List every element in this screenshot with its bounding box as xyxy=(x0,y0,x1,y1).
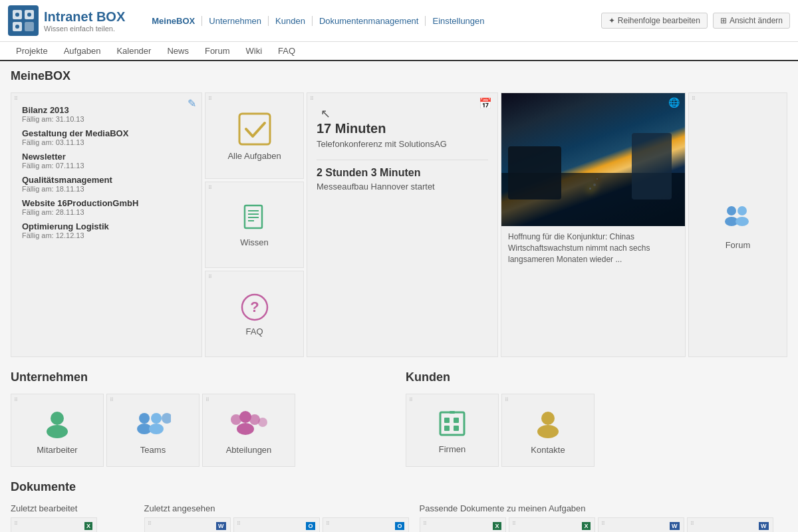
header-bottom: Projekte Aufgaben Kalender News Forum Wi… xyxy=(0,42,798,60)
nav-top-einstellungen[interactable]: Einstellungen xyxy=(426,16,491,26)
nav-aufgaben[interactable]: Aufgaben xyxy=(56,46,109,56)
mitarbeiter-card[interactable]: ⠿ Mitarbeiter xyxy=(11,394,104,467)
nav-top-dokumentenmanagement[interactable]: Dokumentenmanagement xyxy=(313,16,426,26)
nav-top-meinebox[interactable]: MeineBOX xyxy=(145,16,202,26)
unternehmen-section: Unternehmen ⠿ Mitarbeiter ⠿ xyxy=(11,370,392,467)
ansicht-button[interactable]: ⊞ Ansicht ändern xyxy=(713,13,790,29)
drag-handle: ⠿ xyxy=(208,185,212,191)
svg-point-38 xyxy=(537,425,559,438)
nav-top-kunden[interactable]: Kunden xyxy=(269,16,313,26)
task-item[interactable]: Gestaltung der MediaBOX Fällig am: 03.11… xyxy=(22,128,192,146)
faq-label: FAQ xyxy=(246,327,263,336)
firmen-card[interactable]: ⠿ Firmen xyxy=(406,394,499,467)
news-text: Hoffnung für die Konjunktur: Chinas Wirt… xyxy=(501,226,685,270)
file-card[interactable]: ⠿ W Zusammenfassung_Telko_4_13.dox xyxy=(598,517,684,532)
logo-text: Intranet BOX Wissen einfach teilen. xyxy=(44,9,125,33)
nav-top: MeineBOX Unternehmen Kunden Dokumentenma… xyxy=(145,16,601,26)
wissen-widget[interactable]: ⠿ Wissen xyxy=(205,182,304,268)
nav-faq[interactable]: FAQ xyxy=(270,46,303,56)
faq-widget[interactable]: ⠿ ? FAQ xyxy=(205,271,304,357)
meinebox-grid: ⠿ ✎ Bilanz 2013 Fällig am: 31.10.13 Gest… xyxy=(11,92,787,357)
svg-rect-33 xyxy=(454,418,459,423)
file-card[interactable]: ⠿ O Zusammenfassung Tagesbesprechung xyxy=(323,517,409,532)
file-card[interactable]: ⠿ X Protokoll_1-11.xls xyxy=(509,517,595,532)
nav-top-unternehmen[interactable]: Unternehmen xyxy=(202,16,269,26)
svg-rect-35 xyxy=(454,426,459,431)
drag-handle: ⠿ xyxy=(14,397,18,403)
abteilungen-card[interactable]: ⠿ Abteilungen xyxy=(202,394,295,467)
nav-bottom: Projekte Aufgaben Kalender News Forum Wi… xyxy=(8,46,790,56)
reihenfolge-button[interactable]: ✦ Reihenfolge bearbeiten xyxy=(601,13,708,29)
logo-title: Intranet BOX xyxy=(44,9,125,25)
svg-point-37 xyxy=(541,412,555,425)
kontakte-label: Kontakte xyxy=(531,445,565,455)
passende-files: ⠿ X Protokoll_2-11.xls ⠿ X Protokoll_1-1… xyxy=(420,517,788,532)
drag-handle: ⠿ xyxy=(14,521,18,527)
task-item[interactable]: Optimierung Logistik Fällig am: 12.12.13 xyxy=(22,221,192,239)
svg-point-15 xyxy=(727,206,736,215)
drag-handle: ⠿ xyxy=(237,521,241,527)
svg-point-5 xyxy=(27,13,31,17)
file-card[interactable]: ⠿ O Visitenkarten Krauthaus - Abnah... xyxy=(233,517,320,532)
news-widget[interactable]: ⠿ 🌐 Hoffnung für die Konjunktur: Chinas … xyxy=(501,92,686,357)
file-card[interactable]: ⠿ X Protokoll_2-11.xls xyxy=(11,517,97,532)
news-image xyxy=(501,93,685,226)
xls-icon: X xyxy=(493,522,501,530)
forum-widget[interactable]: ⠿ Forum xyxy=(688,92,787,357)
file-card[interactable]: ⠿ W Zusammenfassung_Telko_4_13.dox xyxy=(144,517,231,532)
drag-handle: ⠿ xyxy=(505,397,509,403)
mitarbeiter-icon xyxy=(41,406,74,440)
nav-news[interactable]: News xyxy=(159,46,197,56)
forum-icon xyxy=(720,200,755,236)
task-item[interactable]: Newsletter Fällig am: 07.11.13 xyxy=(22,152,192,170)
svg-point-20 xyxy=(47,425,68,438)
middle-col: ⠿ Alle Aufgaben ⠿ Wissen xyxy=(205,92,304,357)
file-card[interactable]: ⠿ X Protokoll_2-11.xls xyxy=(420,517,506,532)
nav-kalender[interactable]: Kalender xyxy=(108,46,159,56)
kunden-grid: ⠿ Firmen ⠿ xyxy=(406,394,787,467)
svg-point-19 xyxy=(51,412,64,425)
svg-point-18 xyxy=(735,217,749,226)
firmen-icon xyxy=(436,407,468,439)
logo-subtitle: Wissen einfach teilen. xyxy=(44,25,125,33)
passende-title: Passende Dokumente zu meinen Aufgaben xyxy=(420,503,788,513)
checkmark-icon xyxy=(237,111,273,147)
task-list: Bilanz 2013 Fällig am: 31.10.13 Gestaltu… xyxy=(22,105,192,239)
task-item[interactable]: Bilanz 2013 Fällig am: 31.10.13 xyxy=(22,105,192,123)
wissen-icon xyxy=(239,203,270,233)
edit-icon[interactable]: ✎ xyxy=(188,97,196,110)
zuletzt-bearbeitet: Zuletzt bearbeitet ⠿ X Protokoll_2-11.xl… xyxy=(11,503,134,532)
nav-wiki[interactable]: Wiki xyxy=(238,46,271,56)
header: Intranet BOX Wissen einfach teilen. Mein… xyxy=(0,0,798,61)
task-item[interactable]: Qualitätsmanagement Fällig am: 18.11.13 xyxy=(22,175,192,193)
file-card[interactable]: ⠿ W Zusammenfassung_3_13.dox xyxy=(687,517,773,532)
docx-icon: W xyxy=(759,522,769,530)
svg-point-17 xyxy=(737,206,747,215)
dokumente-section: Dokumente Zuletzt bearbeitet ⠿ X Protoko… xyxy=(11,480,787,532)
header-top: Intranet BOX Wissen einfach teilen. Mein… xyxy=(0,0,798,42)
drag-handle: ⠿ xyxy=(409,397,413,403)
calendar-icon: 📅 xyxy=(479,97,492,110)
drag-handle: ⠿ xyxy=(512,521,516,527)
kunden-title: Kunden xyxy=(406,370,787,387)
passende-dokumente: Passende Dokumente zu meinen Aufgaben ⠿ … xyxy=(420,503,788,532)
drag-handle: ⠿ xyxy=(208,274,212,280)
xls-icon: X xyxy=(582,522,590,530)
nav-forum[interactable]: Forum xyxy=(197,46,238,56)
alle-aufgaben-widget[interactable]: ⠿ Alle Aufgaben xyxy=(205,92,304,179)
teams-card[interactable]: ⠿ Teams xyxy=(106,394,200,467)
header-actions: ✦ Reihenfolge bearbeiten ⊞ Ansicht änder… xyxy=(601,13,790,29)
nav-projekte[interactable]: Projekte xyxy=(8,46,56,56)
task-item[interactable]: Website 16ProductionGmbH Fällig am: 28.1… xyxy=(22,198,192,216)
svg-point-4 xyxy=(15,13,19,17)
teams-label: Teams xyxy=(140,445,166,455)
svg-point-21 xyxy=(139,413,150,424)
kontakte-card[interactable]: ⠿ Kontakte xyxy=(501,394,595,467)
grid-icon: ⊞ xyxy=(720,16,727,25)
dokumente-title: Dokumente xyxy=(11,480,787,497)
svg-point-27 xyxy=(239,411,251,423)
wissen-label: Wissen xyxy=(240,237,269,247)
drag-handle: ⠿ xyxy=(326,521,330,527)
zuletzt-angesehen-files: ⠿ W Zusammenfassung_Telko_4_13.dox ⠿ O V… xyxy=(144,517,409,532)
drag-handle: ⠿ xyxy=(423,521,427,527)
